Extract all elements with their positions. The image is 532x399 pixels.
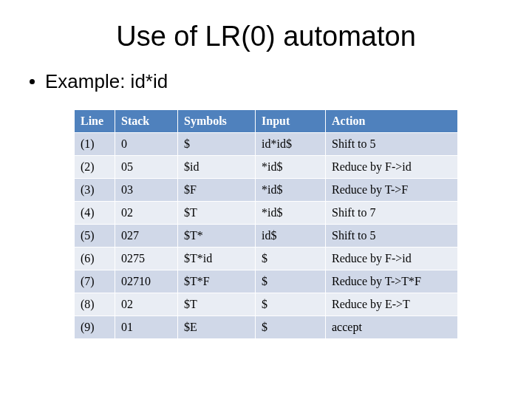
table-row: (1) 0 $ id*id$ Shift to 5: [75, 133, 458, 156]
cell-input: id*id$: [256, 133, 326, 156]
cell-action: Reduce by F->id: [326, 156, 458, 179]
col-action: Action: [326, 110, 458, 133]
cell-input: *id$: [256, 156, 326, 179]
col-symbols: Symbols: [178, 110, 256, 133]
table-body: (1) 0 $ id*id$ Shift to 5 (2) 05 $id *id…: [75, 133, 458, 339]
cell-symbols: $: [178, 133, 256, 156]
table-row: (4) 02 $T *id$ Shift to 7: [75, 202, 458, 225]
cell-line: (8): [75, 293, 115, 316]
col-line: Line: [75, 110, 115, 133]
cell-input: $: [256, 248, 326, 270]
col-stack: Stack: [115, 110, 178, 133]
cell-stack: 02: [115, 293, 178, 316]
cell-action: accept: [326, 316, 458, 339]
cell-action: Shift to 5: [326, 225, 458, 248]
cell-action: Reduce by T->F: [326, 179, 458, 202]
cell-line: (9): [75, 316, 115, 339]
cell-line: (2): [75, 156, 115, 179]
col-input: Input: [256, 110, 326, 133]
cell-line: (7): [75, 270, 115, 293]
cell-symbols: $T*F: [178, 270, 256, 293]
cell-line: (4): [75, 202, 115, 225]
table-row: (9) 01 $E $ accept: [75, 316, 458, 339]
cell-symbols: $id: [178, 156, 256, 179]
cell-input: $: [256, 293, 326, 316]
cell-stack: 02710: [115, 270, 178, 293]
cell-action: Reduce by F->id: [326, 248, 458, 270]
bullet-icon: [30, 79, 35, 84]
table-row: (5) 027 $T* id$ Shift to 5: [75, 225, 458, 248]
cell-action: Reduce by E->T: [326, 293, 458, 316]
table-row: (6) 0275 $T*id $ Reduce by F->id: [75, 248, 458, 270]
cell-input: $: [256, 316, 326, 339]
cell-stack: 0: [115, 133, 178, 156]
table-row: (8) 02 $T $ Reduce by E->T: [75, 293, 458, 316]
table-row: (3) 03 $F *id$ Reduce by T->F: [75, 179, 458, 202]
cell-stack: 02: [115, 202, 178, 225]
cell-stack: 0275: [115, 248, 178, 270]
cell-line: (5): [75, 225, 115, 248]
cell-symbols: $E: [178, 316, 256, 339]
page-title: Use of LR(0) automaton: [30, 21, 502, 52]
cell-input: $: [256, 270, 326, 293]
cell-symbols: $T: [178, 293, 256, 316]
cell-input: *id$: [256, 179, 326, 202]
cell-stack: 01: [115, 316, 178, 339]
cell-symbols: $T*: [178, 225, 256, 248]
cell-action: Shift to 7: [326, 202, 458, 225]
cell-input: id$: [256, 225, 326, 248]
example-label: Example: id*id: [45, 70, 168, 93]
cell-symbols: $T: [178, 202, 256, 225]
cell-line: (1): [75, 133, 115, 156]
cell-action: Shift to 5: [326, 133, 458, 156]
cell-line: (3): [75, 179, 115, 202]
example-bullet: Example: id*id: [30, 70, 502, 93]
cell-input: *id$: [256, 202, 326, 225]
table-row: (2) 05 $id *id$ Reduce by F->id: [75, 156, 458, 179]
table-row: (7) 02710 $T*F $ Reduce by T->T*F: [75, 270, 458, 293]
cell-stack: 03: [115, 179, 178, 202]
table-header-row: Line Stack Symbols Input Action: [75, 110, 458, 133]
cell-symbols: $F: [178, 179, 256, 202]
cell-stack: 027: [115, 225, 178, 248]
parse-table-wrap: Line Stack Symbols Input Action (1) 0 $ …: [74, 109, 458, 339]
slide: Use of LR(0) automaton Example: id*id Li…: [0, 0, 532, 399]
parse-table: Line Stack Symbols Input Action (1) 0 $ …: [74, 109, 458, 339]
cell-stack: 05: [115, 156, 178, 179]
cell-symbols: $T*id: [178, 248, 256, 270]
cell-action: Reduce by T->T*F: [326, 270, 458, 293]
cell-line: (6): [75, 248, 115, 270]
